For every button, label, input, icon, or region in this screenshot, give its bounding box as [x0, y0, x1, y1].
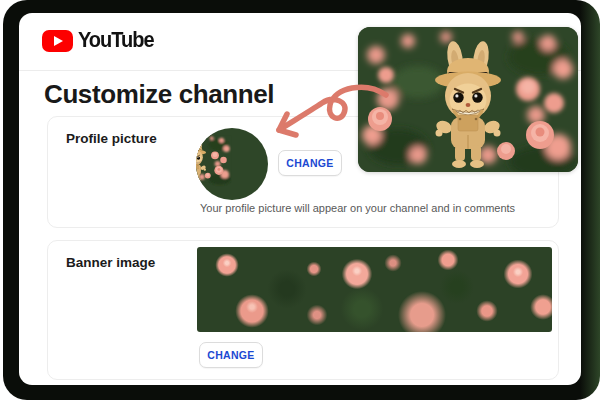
labubu-photo-image [358, 27, 578, 172]
youtube-logo[interactable]: YouTube [42, 29, 154, 52]
screenshot-stage: YouTube Customize channel Profile pictur… [0, 0, 600, 400]
profile-avatar-image [196, 128, 268, 200]
youtube-play-icon [42, 30, 73, 52]
change-profile-picture-button[interactable]: CHANGE [278, 150, 342, 176]
change-banner-button[interactable]: CHANGE [199, 342, 263, 368]
profile-picture-caption: Your profile picture will appear on your… [200, 202, 515, 214]
app-window: YouTube Customize channel Profile pictur… [19, 13, 581, 385]
labubu-photo [358, 27, 578, 172]
page-title: Customize channel [44, 79, 274, 110]
profile-avatar [196, 128, 268, 200]
banner-image-label: Banner image [66, 255, 155, 270]
profile-picture-label: Profile picture [66, 131, 157, 146]
banner-preview-image [197, 247, 552, 332]
youtube-logo-text: YouTube [78, 28, 154, 52]
